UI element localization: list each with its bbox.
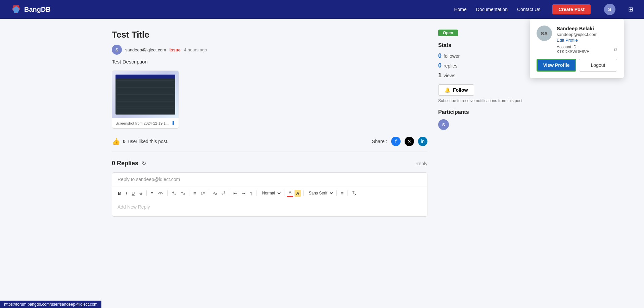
toolbar-sep-10 xyxy=(348,190,348,196)
user-dropdown: SA Sandeep Belaki sandeep@iqlect.com Edi… xyxy=(530,19,624,78)
dropdown-user-info: Sandeep Belaki sandeep@iqlect.com Edit P… xyxy=(557,26,617,54)
toolbar-blockquote[interactable]: ❝ xyxy=(149,190,155,197)
participant-avatar: S xyxy=(438,119,449,130)
toolbar-indent-right[interactable]: ⇥ xyxy=(240,190,247,197)
navbar: BangDB Home Documentation Contact Us Cre… xyxy=(0,0,644,19)
toolbar-sup[interactable]: x2 xyxy=(220,190,227,197)
toolbar-clear[interactable]: Tx xyxy=(350,189,358,197)
views-count: 1 xyxy=(438,72,442,79)
brand-logo-icon xyxy=(11,4,21,15)
dropdown-actions: View Profile Logout xyxy=(537,59,617,72)
stats-title: Stats xyxy=(438,42,532,48)
views-stat: 1 views xyxy=(438,72,532,79)
views-label: views xyxy=(444,73,455,78)
follower-label: follower xyxy=(444,53,460,59)
user-avatar[interactable]: S xyxy=(604,4,615,15)
toolbar-ol[interactable]: 1≡ xyxy=(199,190,207,196)
toolbar-format-select[interactable]: Normal xyxy=(259,190,282,196)
toolbar-sep-6 xyxy=(257,190,257,196)
toolbar-sep-3 xyxy=(189,190,189,196)
create-post-button[interactable]: Create Post xyxy=(552,4,591,14)
replies-count: 0 xyxy=(438,62,442,69)
nav-documentation[interactable]: Documentation xyxy=(476,7,508,12)
brand: BangDB xyxy=(11,4,51,15)
content-area: Test Title S sandeep@iqlect.com Issue 4 … xyxy=(112,30,427,217)
nav-contact-us[interactable]: Contact Us xyxy=(517,7,540,12)
view-profile-button[interactable]: View Profile xyxy=(537,59,576,72)
toolbar-sep-9 xyxy=(336,190,337,196)
toolbar-indent-left[interactable]: ⇤ xyxy=(232,190,239,197)
edit-profile-link[interactable]: Edit Profile xyxy=(557,38,578,43)
refresh-icon[interactable]: ↻ xyxy=(142,160,146,167)
download-icon[interactable]: ⬇ xyxy=(171,120,175,126)
replies-title: 0 Replies xyxy=(112,160,138,167)
toolbar-strikethrough[interactable]: S xyxy=(138,190,144,197)
dropdown-header: SA Sandeep Belaki sandeep@iqlect.com Edi… xyxy=(537,26,617,54)
post-time: 4 hours ago xyxy=(184,47,207,52)
post-title: Test Title xyxy=(112,30,427,40)
share-label: Share : xyxy=(372,139,387,144)
share-section: Share : f ✕ in xyxy=(372,137,427,146)
toolbar-text-color[interactable]: A xyxy=(287,189,293,197)
share-facebook-icon[interactable]: f xyxy=(391,137,401,146)
dropdown-email: sandeep@iqlect.com xyxy=(557,32,617,37)
nav-home[interactable]: Home xyxy=(454,7,466,12)
reply-content-area[interactable]: Add New Reply xyxy=(112,200,427,216)
toolbar-italic[interactable]: I xyxy=(124,190,129,197)
logout-button[interactable]: Logout xyxy=(579,59,617,72)
participants-title: Participants xyxy=(438,109,532,115)
post-meta: S sandeep@iqlect.com Issue 4 hours ago xyxy=(112,45,427,55)
follow-button[interactable]: 🔔 Follow xyxy=(438,84,474,96)
dropdown-name: Sandeep Belaki xyxy=(557,26,617,31)
reply-toolbar: B I U S ❝ </> H1 H2 ≡ 1≡ x2 x2 ⇤ ⇥ ¶ xyxy=(112,186,427,200)
share-linkedin-icon[interactable]: in xyxy=(418,137,427,146)
toolbar-sep-7 xyxy=(284,190,284,196)
toolbar-sub[interactable]: x2 xyxy=(212,189,219,196)
toolbar-bg-color[interactable]: A xyxy=(294,190,301,197)
post-author-avatar: S xyxy=(112,45,122,55)
copy-icon[interactable]: ⧉ xyxy=(614,47,617,52)
navbar-links: Home Documentation Contact Us Create Pos… xyxy=(454,4,633,15)
share-x-icon[interactable]: ✕ xyxy=(405,137,414,146)
sidebar: Open Stats 0 follower 0 replies 1 views … xyxy=(438,30,532,217)
follow-bell-icon: 🔔 xyxy=(445,87,450,93)
toolbar-sep-1 xyxy=(146,190,147,196)
follower-count: 0 xyxy=(438,52,442,59)
main-layout: Test Title S sandeep@iqlect.com Issue 4 … xyxy=(104,19,540,227)
like-icon[interactable]: 👍 xyxy=(112,137,120,145)
toolbar-ul[interactable]: ≡ xyxy=(192,190,198,197)
toolbar-underline[interactable]: U xyxy=(130,190,136,197)
like-text: user liked this post. xyxy=(128,139,169,144)
attachment-card: Screenshot from 2024-12-19 1... ⬇ xyxy=(112,71,179,129)
attachment-image xyxy=(112,71,179,118)
toolbar-code[interactable]: </> xyxy=(156,190,165,196)
attachment-name: Screenshot from 2024-12-19 1... xyxy=(116,121,169,125)
status-badge: Open xyxy=(438,30,458,36)
status-url: https://forum.bangdb.com/user/sandeep@iq… xyxy=(4,302,97,307)
replies-stat: 0 replies xyxy=(438,62,532,69)
dropdown-account-id: Account ID : KTKD3SWDE8VE ⧉ xyxy=(557,45,617,54)
toolbar-bold[interactable]: B xyxy=(116,190,123,197)
post-author: sandeep@iqlect.com xyxy=(125,47,166,52)
post-tag[interactable]: Issue xyxy=(170,47,181,52)
replies-label: replies xyxy=(444,63,457,69)
toolbar-sep-8 xyxy=(303,190,304,196)
dropdown-avatar: SA xyxy=(537,26,552,41)
reply-link[interactable]: Reply xyxy=(415,161,427,166)
toolbar-sep-2 xyxy=(167,190,168,196)
toolbar-sep-4 xyxy=(209,190,209,196)
follower-stat: 0 follower xyxy=(438,52,532,59)
like-section: 👍 0 user liked this post. xyxy=(112,137,169,145)
reply-box: Reply to sandeep@iqlect.com B I U S ❝ </… xyxy=(112,172,427,217)
like-count: 0 xyxy=(123,139,126,144)
toolbar-h1[interactable]: H1 xyxy=(170,189,178,196)
toolbar-rtl[interactable]: ¶ xyxy=(248,190,254,197)
grid-icon[interactable]: ⊞ xyxy=(628,6,633,13)
attachment-footer: Screenshot from 2024-12-19 1... ⬇ xyxy=(112,118,179,128)
like-share-row: 👍 0 user liked this post. Share : f ✕ in xyxy=(112,137,427,152)
toolbar-font-select[interactable]: Sans Serif xyxy=(306,190,334,196)
toolbar-align[interactable]: ≡ xyxy=(339,190,345,197)
subscribe-text: Subscribe to receive notifications from … xyxy=(438,98,532,103)
toolbar-h2[interactable]: H2 xyxy=(179,189,187,196)
status-bar: https://forum.bangdb.com/user/sandeep@iq… xyxy=(0,301,101,308)
